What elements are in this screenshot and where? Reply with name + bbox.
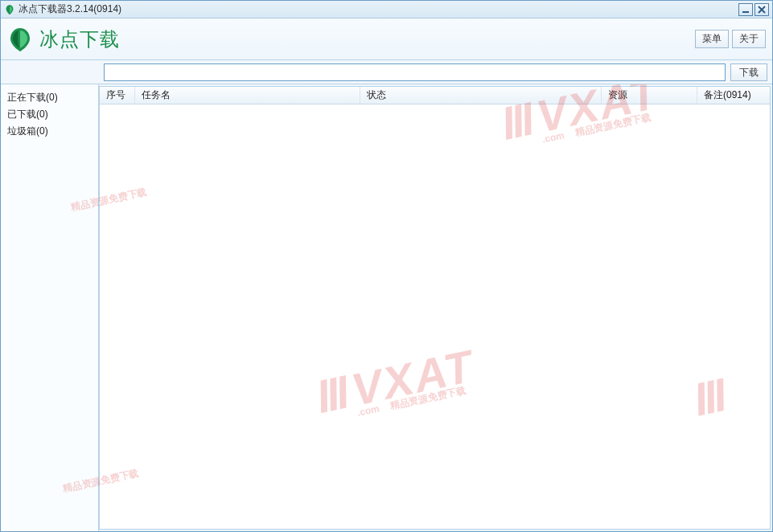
column-headers: 序号 任务名 状态 资源 备注(0914) xyxy=(100,87,770,104)
svg-marker-3 xyxy=(518,102,537,136)
watermark: VXAT .com精品资源免费下载 xyxy=(314,346,479,425)
window: 冰点下载器3.2.14(0914) 冰点下载 菜单 关于 xyxy=(0,0,773,532)
svg-marker-6 xyxy=(333,375,352,409)
svg-marker-9 xyxy=(711,378,730,411)
column-state[interactable]: 状态 xyxy=(360,87,602,104)
watermark xyxy=(691,374,731,421)
sidebar-item-trash[interactable]: 垃圾箱(0) xyxy=(7,123,92,140)
column-task[interactable]: 任务名 xyxy=(135,87,360,104)
minimize-button[interactable] xyxy=(738,3,753,16)
header: 冰点下载 菜单 关于 xyxy=(1,18,772,60)
download-button[interactable]: 下载 xyxy=(730,63,767,81)
window-title: 冰点下载器3.2.14(0914) xyxy=(19,2,121,16)
svg-marker-2 xyxy=(509,104,528,137)
sidebar-item-label: 已下载(0) xyxy=(7,108,48,120)
sidebar: 正在下载(0) 已下载(0) 垃圾箱(0) xyxy=(1,84,99,531)
sidebar-item-label: 正在下载(0) xyxy=(7,92,58,103)
svg-marker-7 xyxy=(692,382,711,415)
url-input[interactable] xyxy=(104,63,726,81)
brand: 冰点下载 xyxy=(7,27,120,52)
body: 正在下载(0) 已下载(0) 垃圾箱(0) 序号 任务名 状态 资源 备注(09… xyxy=(1,84,772,531)
sidebar-item-downloaded[interactable]: 已下载(0) xyxy=(7,106,92,123)
svg-marker-8 xyxy=(701,380,721,414)
header-buttons: 菜单 关于 xyxy=(695,30,766,48)
toolbar: 下载 xyxy=(1,60,772,84)
svg-rect-0 xyxy=(742,11,749,13)
svg-marker-1 xyxy=(500,106,519,140)
task-list: 精品资源免费下载 VXAT .com精品资源免费下载 VXAT .com精品资源… xyxy=(100,104,770,529)
svg-marker-5 xyxy=(324,377,343,411)
column-seq[interactable]: 序号 xyxy=(100,87,135,104)
menu-button[interactable]: 菜单 xyxy=(695,30,729,48)
main-pane: 序号 任务名 状态 资源 备注(0914) 精品资源免费下载 VXAT .com… xyxy=(99,86,771,530)
brand-logo-icon xyxy=(7,27,33,52)
titlebar-controls xyxy=(738,3,769,16)
svg-marker-4 xyxy=(315,379,334,413)
column-note[interactable]: 备注(0914) xyxy=(697,87,770,104)
column-resource[interactable]: 资源 xyxy=(602,87,697,104)
titlebar-left: 冰点下载器3.2.14(0914) xyxy=(4,2,121,16)
close-button[interactable] xyxy=(754,3,769,16)
about-button[interactable]: 关于 xyxy=(732,30,766,48)
app-icon xyxy=(4,4,15,15)
titlebar: 冰点下载器3.2.14(0914) xyxy=(1,1,772,18)
sidebar-item-label: 垃圾箱(0) xyxy=(7,125,48,137)
sidebar-item-downloading[interactable]: 正在下载(0) xyxy=(7,89,92,106)
brand-name: 冰点下载 xyxy=(39,27,120,52)
